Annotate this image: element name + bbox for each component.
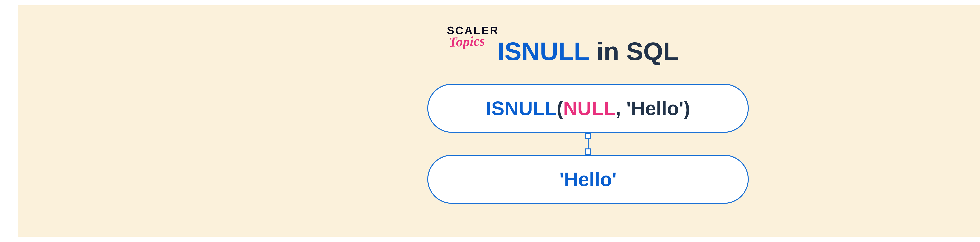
title-rest: in SQL xyxy=(589,37,679,66)
output-value: 'Hello' xyxy=(559,168,617,191)
paren-close: ) xyxy=(684,97,690,119)
connector-node-bottom xyxy=(585,148,591,155)
argument-null: NULL xyxy=(563,97,616,119)
output-result-pill: 'Hello' xyxy=(427,155,749,204)
flow-connector xyxy=(585,133,591,155)
argument-separator: , xyxy=(616,97,627,119)
argument-hello: 'Hello' xyxy=(627,97,684,119)
connector-node-top xyxy=(585,133,591,139)
input-expression-pill: ISNULL(NULL, 'Hello') xyxy=(427,84,749,133)
paren-open: ( xyxy=(557,97,563,119)
diagram-content: ISNULL in SQL ISNULL(NULL, 'Hello') 'Hel… xyxy=(427,37,749,204)
function-name: ISNULL xyxy=(486,97,557,119)
diagram-title: ISNULL in SQL xyxy=(498,37,679,66)
connector-line xyxy=(588,139,589,148)
title-highlight: ISNULL xyxy=(498,37,589,66)
diagram-canvas: SCALER Topics ISNULL in SQL ISNULL(NULL,… xyxy=(18,5,980,237)
